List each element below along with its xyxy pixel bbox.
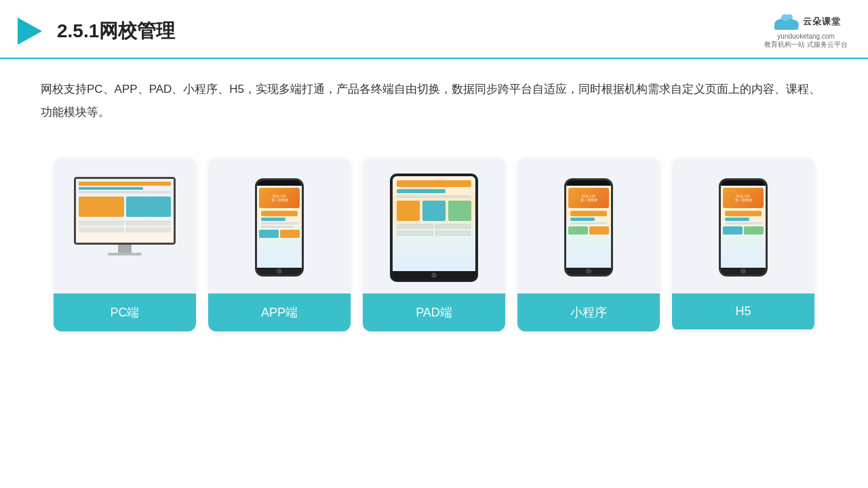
phone-mockup-h5: 职达人的第一堂网课: [719, 178, 768, 277]
tablet-grid: [397, 224, 471, 236]
phone-screen-bar3-m: [570, 222, 607, 224]
phone-notch-h5: [733, 180, 753, 186]
phone-mini-content: 职达人的第一堂网课: [257, 186, 302, 240]
card-label-pad: PAD端: [363, 293, 505, 331]
phone-screen-bar2: [261, 218, 285, 221]
card-image-area-app: 职达人的第一堂网课: [208, 158, 351, 293]
card-label-app: APP端: [208, 293, 351, 331]
phone-screen-miniapp: 职达人的第一堂网课: [566, 186, 611, 268]
phone-home-btn-miniapp: [566, 268, 611, 274]
card-image-area-pad: [363, 158, 505, 293]
tablet-mockup: [390, 174, 478, 282]
phone-img-text-h5: 职达人的第一堂网课: [735, 194, 752, 202]
phone-home-dot: [277, 268, 282, 274]
page-title: 2.5.1网校管理: [57, 18, 175, 44]
cards-container: PC端 职达人的第一堂网课: [0, 138, 868, 345]
play-icon: [14, 15, 46, 47]
phone-mockup-app: 职达人的第一堂网课: [255, 178, 304, 277]
card-label-miniapp: 小程序: [517, 293, 660, 331]
phone-screen-bar2-m: [570, 218, 595, 221]
svg-marker-0: [18, 18, 42, 45]
logo-area: 云朵课堂 yunduoketang.com 教育机构一站 式服务云平台: [764, 12, 848, 49]
pc-screen: [74, 177, 176, 245]
phone-screen-h5: 职达人的第一堂网课: [721, 186, 766, 268]
card-image-area-miniapp: 职达人的第一堂网课: [517, 158, 660, 293]
phone-screen-bar: [261, 211, 298, 216]
screen-cell: [397, 230, 433, 236]
phone-img-block: 职达人的第一堂网课: [259, 188, 300, 208]
phone-screen-bar3b: [261, 226, 294, 228]
phone-notch: [269, 180, 290, 186]
phone-img-block-h5: 职达人的第一堂网课: [723, 188, 764, 208]
phone-notch-miniapp: [578, 180, 599, 186]
logo-cloud: 云朵课堂: [772, 12, 841, 31]
phone-screen-bar-m: [570, 211, 607, 216]
pc-bar1: [79, 182, 171, 186]
pc-bar2: [79, 187, 143, 190]
logo-sub: yunduoketang.com 教育机构一站 式服务云平台: [764, 33, 848, 49]
pc-stand: [118, 245, 132, 253]
phone-home-btn: [257, 268, 302, 274]
card-label-h5: H5: [672, 293, 814, 329]
phone-screen-bar-h5: [725, 211, 762, 216]
svg-rect-4: [774, 24, 798, 30]
phone-screen-bar3: [261, 222, 298, 224]
header: 2.5.1网校管理 云朵课堂 yunduoketang.com 教育机构一站 式…: [0, 0, 868, 59]
phone-screen-bar2-h5: [725, 218, 749, 221]
card-h5: 职达人的第一堂网课 H5: [672, 158, 814, 331]
screen-cell: [397, 224, 433, 229]
pc-mockup: [67, 177, 182, 279]
tablet-home: [393, 271, 475, 279]
phone-img-block-miniapp: 职达人的第一堂网课: [568, 188, 609, 208]
phone-home-dot-miniapp: [586, 268, 591, 274]
svg-point-6: [786, 14, 793, 20]
pc-bar3: [79, 191, 171, 193]
card-label-pc: PC端: [54, 293, 196, 331]
card-pc: PC端: [54, 158, 196, 331]
screen-cell: [79, 220, 124, 226]
phone-img-text: 职达人的第一堂网课: [271, 194, 288, 202]
phone-screen-app: 职达人的第一堂网课: [257, 186, 302, 268]
pc-screen-content: [76, 179, 174, 243]
screen-cell: [79, 227, 124, 232]
tablet-home-dot: [431, 272, 437, 278]
logo-text: 云朵课堂: [803, 16, 841, 28]
description: 网校支持PC、APP、PAD、小程序、H5，实现多端打通，产品各终端自由切换，数…: [0, 59, 868, 131]
phone-mini-content-h5: 职达人的第一堂网课: [721, 186, 766, 237]
phone-mini-content-miniapp: 职达人的第一堂网课: [566, 186, 611, 237]
screen-cell: [435, 230, 471, 236]
phone-home-dot-h5: [741, 268, 746, 274]
screen-cell: [125, 220, 171, 226]
screen-cell: [435, 224, 471, 229]
card-image-area-pc: [54, 158, 196, 293]
card-pad: PAD端: [363, 158, 505, 331]
phone-home-btn-h5: [721, 268, 766, 274]
tablet-bar2: [397, 189, 446, 193]
description-text: 网校支持PC、APP、PAD、小程序、H5，实现多端打通，产品各终端自由切换，数…: [41, 83, 821, 119]
phone-mockup-miniapp: 职达人的第一堂网课: [564, 178, 613, 277]
phone-img-text-miniapp: 职达人的第一堂网课: [580, 194, 597, 202]
tablet-bar3: [397, 195, 471, 198]
card-miniapp: 职达人的第一堂网课 小程序: [517, 158, 660, 331]
card-app: 职达人的第一堂网课 APP端: [208, 158, 351, 331]
header-left: 2.5.1网校管理: [14, 15, 175, 47]
cloud-icon: [772, 12, 800, 31]
pc-base: [108, 253, 142, 256]
phone-screen-bar3-h5: [725, 222, 762, 224]
tablet-bar1: [397, 180, 471, 187]
tablet-screen: [393, 176, 475, 271]
card-image-area-h5: 职达人的第一堂网课: [672, 158, 814, 293]
screen-cell: [125, 227, 171, 232]
screen-grid: [79, 220, 171, 232]
